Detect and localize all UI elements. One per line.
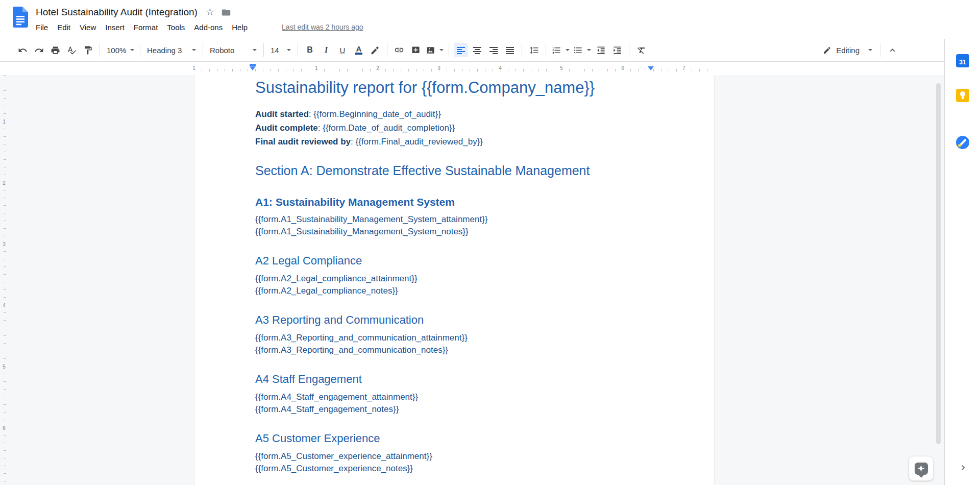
chevron-down-icon (868, 49, 872, 53)
tasks-icon[interactable] (956, 136, 969, 149)
menu-addons[interactable]: Add-ons (189, 23, 227, 32)
doc-meta-line[interactable]: Audit complete: {{form.Date_of_audit_com… (255, 121, 653, 135)
paint-format-button[interactable] (81, 43, 95, 57)
placeholder-line: {{form.A1_Sustainability_Management_Syst… (255, 226, 653, 238)
sparkle-icon (918, 465, 925, 472)
zoom-value: 100% (107, 46, 126, 55)
collapse-toolbar-button[interactable] (885, 43, 899, 57)
doc-meta-line[interactable]: Final audit reviewed by: {{form.Final_au… (255, 135, 653, 149)
star-icon[interactable]: ☆ (206, 7, 214, 17)
numbered-list-button[interactable] (551, 43, 570, 57)
ruler-number: 4 (497, 65, 504, 71)
toolbar-divider (522, 43, 522, 57)
insert-link-button[interactable] (392, 43, 406, 57)
doc-paragraph-a3[interactable]: {{form.A3_Reporting_and_communication_at… (255, 332, 653, 356)
chevron-down-icon (439, 49, 444, 53)
ruler-ticks (194, 69, 715, 71)
expand-side-panel-button[interactable] (958, 463, 968, 473)
add-comment-button[interactable] (408, 43, 423, 57)
ruler-number: 2 (1, 180, 8, 186)
menu-format[interactable]: Format (129, 23, 163, 32)
menu-insert[interactable]: Insert (101, 23, 129, 32)
menu-bar: File Edit View Insert Format Tools Add-o… (36, 20, 363, 34)
align-center-button[interactable] (470, 43, 484, 57)
placeholder-line: {{form.A2_Legal_compliance_attainment}} (255, 273, 653, 285)
chevron-down-icon (130, 49, 134, 53)
menu-edit[interactable]: Edit (53, 23, 75, 32)
formatting-toolbar: 100% Heading 3 Roboto 14 B I U A (0, 39, 944, 62)
document-canvas: 1 2 3 4 5 6 Sustainability report for {{… (0, 75, 944, 485)
menu-file[interactable]: File (36, 23, 53, 32)
menu-tools[interactable]: Tools (162, 23, 189, 32)
print-button[interactable] (48, 43, 62, 57)
document-title[interactable]: Hotel Sustainability Audit (Integration) (36, 7, 198, 18)
explore-icon (915, 463, 928, 475)
underline-button[interactable]: U (335, 43, 350, 57)
ruler-number: 7 (680, 65, 688, 71)
clear-formatting-button[interactable] (634, 43, 648, 57)
ruler-number: 6 (619, 65, 626, 71)
left-indent-marker[interactable] (250, 64, 256, 70)
insert-image-button[interactable] (425, 43, 444, 57)
bulleted-list-button[interactable] (572, 43, 592, 57)
explore-button[interactable] (909, 456, 934, 481)
bold-button[interactable]: B (303, 43, 317, 57)
ruler-number: 1 (313, 65, 320, 71)
spellcheck-button[interactable] (64, 43, 79, 57)
ruler-ticks (4, 75, 6, 485)
folder-move-icon[interactable] (222, 9, 231, 16)
meta-label: Audit complete (255, 123, 318, 133)
meta-value: {{form.Beginning_date_of_audit}} (313, 109, 441, 119)
doc-paragraph-a4[interactable]: {{form.A4_Staff_engagement_attainment}} … (255, 391, 653, 415)
justify-button[interactable] (503, 43, 517, 57)
placeholder-line: {{form.A4_Staff_engagement_attainment}} (255, 391, 653, 403)
toolbar-divider (880, 43, 880, 57)
document-page[interactable]: Sustainability report for {{form.Company… (194, 75, 715, 485)
doc-heading-title[interactable]: Sustainability report for {{form.Company… (255, 77, 653, 99)
tasks-dot (958, 144, 961, 147)
font-size-select[interactable]: 14 (267, 43, 294, 57)
doc-heading-a2[interactable]: A2 Legal Compliance (255, 253, 653, 269)
editing-mode-button[interactable]: Editing (819, 42, 876, 58)
decrease-indent-button[interactable] (594, 43, 608, 57)
align-right-button[interactable] (486, 43, 501, 57)
doc-meta-line[interactable]: Audit started: {{form.Beginning_date_of_… (255, 107, 653, 121)
vertical-ruler: 1 2 3 4 5 6 (0, 75, 9, 485)
keep-icon[interactable] (956, 89, 969, 102)
vertical-scrollbar[interactable] (936, 83, 941, 444)
placeholder-line: {{form.A3_Reporting_and_communication_at… (255, 332, 653, 344)
align-left-button[interactable] (454, 43, 468, 57)
zoom-select[interactable]: 100% (104, 43, 136, 57)
undo-button[interactable] (15, 43, 30, 57)
calendar-date-label: 31 (959, 57, 966, 67)
top-bar: Hotel Sustainability Audit (Integration)… (0, 0, 980, 39)
menu-view[interactable]: View (75, 23, 101, 32)
doc-heading-a3[interactable]: A3 Reporting and Communication (255, 312, 653, 328)
calendar-icon[interactable]: 31 (956, 54, 969, 67)
toolbar-divider (449, 43, 449, 57)
doc-paragraph-a5[interactable]: {{form.A5_Customer_experience_attainment… (255, 450, 653, 474)
line-spacing-button[interactable] (527, 43, 541, 57)
doc-paragraph-a1[interactable]: {{form.A1_Sustainability_Management_Syst… (255, 213, 653, 237)
redo-button[interactable] (32, 43, 46, 57)
doc-heading-a4[interactable]: A4 Staff Engagement (255, 372, 653, 387)
paragraph-style-select[interactable]: Heading 3 (144, 43, 199, 57)
google-docs-app: Hotel Sustainability Audit (Integration)… (0, 0, 980, 485)
doc-paragraph-a2[interactable]: {{form.A2_Legal_compliance_attainment}} … (255, 273, 653, 297)
text-color-button[interactable]: A (352, 43, 366, 57)
doc-heading-section-a[interactable]: Section A: Demonstrate Effective Sustain… (255, 162, 653, 179)
docs-file-icon[interactable] (13, 7, 28, 28)
first-line-indent-marker[interactable] (250, 64, 256, 66)
placeholder-line: {{form.A3_Reporting_and_communication_no… (255, 344, 653, 356)
menu-help[interactable]: Help (227, 23, 252, 32)
font-family-select[interactable]: Roboto (207, 43, 260, 57)
ruler-number: 1 (190, 65, 198, 71)
italic-button[interactable]: I (319, 43, 333, 57)
increase-indent-button[interactable] (610, 43, 624, 57)
doc-heading-a1[interactable]: A1: Sustainability Management System (255, 195, 653, 209)
editing-mode-label: Editing (836, 46, 860, 55)
highlight-color-button[interactable] (368, 43, 382, 57)
last-edit-link[interactable]: Last edit was 2 hours ago (282, 23, 363, 31)
right-indent-marker[interactable] (648, 64, 654, 70)
doc-heading-a5[interactable]: A5 Customer Experience (255, 431, 653, 446)
